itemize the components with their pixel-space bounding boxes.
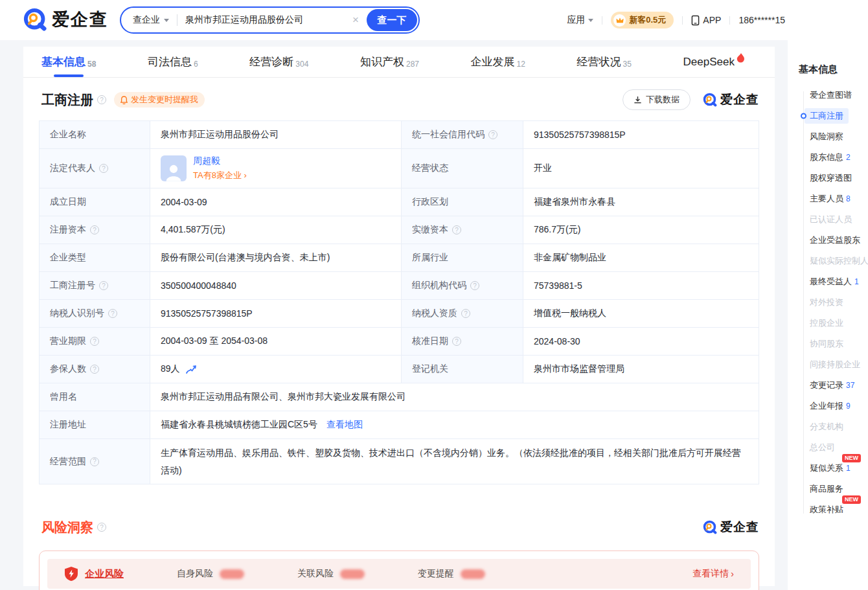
sidebar-item-policy-subsidies[interactable]: 政策补贴NEW — [788, 499, 868, 520]
download-icon — [634, 96, 642, 104]
help-icon[interactable] — [97, 95, 106, 104]
apps-menu[interactable]: 应用 — [567, 14, 593, 26]
help-icon[interactable] — [452, 225, 461, 234]
sidebar-item-branches: 分支机构 — [788, 416, 868, 437]
sidebar-item-suspected-controller: 疑似实际控制人 — [788, 251, 868, 271]
company-risk-link[interactable]: 企业风险 — [85, 568, 124, 580]
user-phone-number[interactable]: 186******15 — [738, 15, 785, 25]
field-label: 登记机关 — [412, 363, 448, 375]
tab-label: 知识产权 — [360, 54, 404, 69]
main-content-card: 基本信息 58 司法信息 6 经营诊断 304 知识产权 287 企业发展 12… — [23, 47, 775, 586]
tab-deepseek[interactable]: DeepSeek — [683, 47, 745, 77]
legal-representative: 周超毅 TA有8家企业 › — [161, 155, 247, 181]
aiqicha-company-page: 爱企查 查企业 泉州市邦正运动用品股份公司 × 查一下 应用 新客0.5元 — [0, 0, 868, 590]
view-details-label: 查看详情 — [692, 568, 729, 580]
section-title: 工商注册 — [41, 91, 93, 109]
sidebar-item-suspected-relations[interactable]: 疑似关系1NEW — [788, 458, 868, 479]
view-details-link[interactable]: 查看详情 › — [692, 568, 734, 580]
tab-label: 企业发展 — [471, 54, 515, 69]
risk-group-label: 关联风险 — [297, 568, 334, 580]
help-icon[interactable] — [90, 337, 99, 346]
field-value: 生产体育运动用品、娱乐用品、铁件、塑胶及货物、技术进出口（不含境内分销）业务。（… — [161, 444, 748, 479]
sidebar-item-shareholders[interactable]: 股东信息2 — [788, 147, 868, 168]
search-category-dropdown[interactable]: 查企业 — [121, 14, 169, 26]
field-value: 91350525757398815P — [534, 130, 626, 140]
field-value: 非金属矿物制品业 — [534, 252, 606, 264]
person-icon — [163, 162, 184, 181]
field-label: 参保人数 — [50, 363, 86, 375]
app-download-link[interactable]: APP — [691, 15, 721, 26]
sidebar-item-change-records[interactable]: 变更记录37 — [788, 375, 868, 396]
help-icon[interactable] — [108, 309, 117, 318]
section-tabs: 基本信息 58 司法信息 6 经营诊断 304 知识产权 287 企业发展 12… — [23, 47, 775, 78]
help-icon[interactable] — [461, 309, 470, 318]
tab-operating-status[interactable]: 经营状况 35 — [577, 47, 632, 77]
view-map-link[interactable]: 查看地图 — [326, 419, 363, 431]
new-user-promo[interactable]: 新客0.5元 — [611, 12, 674, 28]
table-row: 企业名称 泉州市邦正运动用品股份公司 统一社会信用代码 913505257573… — [40, 121, 759, 148]
table-row: 经营范围 生产体育运动用品、娱乐用品、铁件、塑胶及货物、技术进出口（不含境内分销… — [40, 438, 759, 484]
field-value: 股份有限公司(台港澳与境内合资、未上市) — [161, 252, 330, 264]
table-row: 营业期限 2004-03-09 至 2054-03-08 核准日期 2024-0… — [40, 327, 759, 355]
tab-company-development[interactable]: 企业发展 12 — [471, 47, 525, 77]
registration-section-header: 工商注册 发生变更时提醒我 下载数据 — [41, 87, 759, 113]
sidebar-item-beneficial-shareholders[interactable]: 企业受益股东 — [788, 230, 868, 251]
sidebar-item-graph[interactable]: 爱企查图谱 — [788, 85, 868, 106]
field-label: 工商注册号 — [50, 280, 95, 291]
sidebar-item-holding-companies: 控股企业 — [788, 313, 868, 334]
insured-trend-chart-icon[interactable] — [185, 365, 197, 374]
field-label: 成立日期 — [50, 196, 86, 208]
risk-group-label: 自身风险 — [177, 568, 213, 580]
legal-rep-companies-link[interactable]: TA有8家企业 › — [193, 170, 247, 181]
change-reminder-button[interactable]: 发生变更时提醒我 — [114, 92, 205, 108]
search-button[interactable]: 查一下 — [367, 9, 417, 31]
risk-summary-row: 企业风险 自身风险 关联风险 变更提醒 查看详情 › — [47, 559, 751, 589]
tab-count: 35 — [623, 60, 632, 69]
field-label: 企业类型 — [50, 252, 86, 264]
help-icon[interactable] — [90, 225, 99, 234]
help-icon[interactable] — [99, 164, 108, 173]
field-label: 营业期限 — [50, 335, 86, 347]
help-icon[interactable] — [470, 281, 479, 290]
aiqicha-logo[interactable]: 爱企查 — [22, 6, 108, 32]
tab-label: DeepSeek — [683, 56, 735, 69]
field-label: 经营范围 — [50, 453, 86, 470]
help-icon[interactable] — [97, 523, 106, 532]
sidebar-item-key-personnel[interactable]: 主要人员8 — [788, 188, 868, 209]
legal-rep-name-link[interactable]: 周超毅 — [193, 155, 247, 167]
table-row: 曾用名 泉州市邦正运动用品有限公司、泉州市邦大瓷业发展有限公司 — [40, 383, 759, 411]
tab-count: 304 — [295, 60, 308, 69]
watermark-text: 爱企查 — [720, 519, 759, 536]
field-value: 786.7万(元) — [534, 224, 580, 236]
search-input[interactable]: 泉州市邦正运动用品股份公司 — [185, 14, 345, 26]
aiqicha-watermark: 爱企查 — [702, 519, 759, 536]
aiqicha-watermark: 爱企查 — [702, 91, 759, 108]
sidebar-item-annual-reports[interactable]: 企业年报9 — [788, 396, 868, 416]
section-title: 风险洞察 — [41, 519, 93, 536]
related-companies-label: TA有8家企业 — [193, 170, 242, 180]
clear-search-icon[interactable]: × — [352, 14, 359, 27]
sidebar-item-equity-chart[interactable]: 股权穿透图 — [788, 168, 868, 188]
field-label: 核准日期 — [412, 335, 448, 347]
avatar[interactable] — [161, 155, 187, 181]
help-icon[interactable] — [90, 365, 99, 374]
tab-business-diagnosis[interactable]: 经营诊断 304 — [249, 47, 308, 77]
field-value: 福建省永春县桃城镇榜德工业园C区5号 — [161, 419, 317, 431]
field-label: 组织机构代码 — [412, 280, 466, 291]
help-icon[interactable] — [90, 457, 99, 466]
table-row: 参保人数 89人 登记机关 泉州市市场监督管理局 — [40, 355, 759, 383]
download-data-button[interactable]: 下载数据 — [622, 89, 691, 110]
tab-basic-info[interactable]: 基本信息 58 — [41, 47, 96, 77]
help-icon[interactable] — [452, 337, 461, 346]
sidebar-item-ultimate-beneficiary[interactable]: 最终受益人1 — [788, 271, 868, 292]
tab-intellectual-property[interactable]: 知识产权 287 — [360, 47, 419, 77]
help-icon[interactable] — [488, 130, 497, 139]
blurred-risk-count — [220, 569, 244, 579]
sidebar-item-risk-insight[interactable]: 风险洞察 — [788, 126, 868, 147]
flame-icon — [737, 53, 745, 63]
sidebar-item-registration[interactable]: 工商注册 — [788, 106, 868, 126]
table-row: 成立日期 2004-03-09 行政区划 福建省泉州市永春县 — [40, 188, 759, 216]
help-icon[interactable] — [99, 281, 108, 290]
table-row: 法定代表人 周超毅 TA有8家企业 › — [40, 148, 759, 188]
tab-judicial-info[interactable]: 司法信息 6 — [148, 47, 198, 77]
